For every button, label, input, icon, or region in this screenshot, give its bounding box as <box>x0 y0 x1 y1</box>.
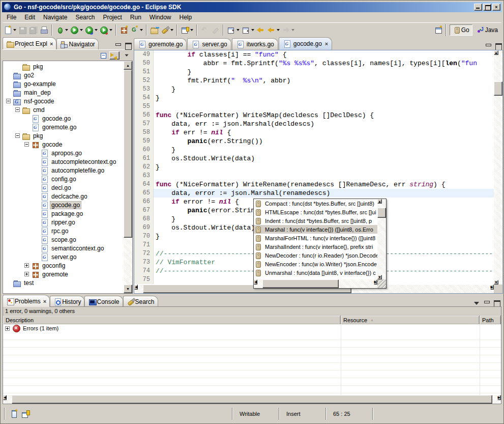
previous-annotation-button[interactable] <box>241 24 255 36</box>
dropdown-arrow-icon[interactable] <box>277 29 280 31</box>
scroll-left-button[interactable]: ◀ <box>134 285 138 290</box>
tree-item-autocompletefile-go[interactable]: autocompletefile.go <box>3 166 124 175</box>
column-header-resource[interactable]: Resource▲ <box>341 316 480 324</box>
new-wizard-button[interactable] <box>3 24 17 36</box>
last-edit-button[interactable] <box>199 24 210 36</box>
expand-icon[interactable] <box>24 263 29 268</box>
tree-item-go2[interactable]: go2 <box>3 71 124 79</box>
minimize-view-button[interactable] <box>484 42 493 50</box>
tree-item-test[interactable]: test <box>3 278 124 287</box>
minimize-view-button[interactable] <box>113 42 123 49</box>
go-build-button[interactable] <box>129 24 144 36</box>
code-line-54[interactable]: 54} <box>134 94 494 102</box>
code-line-59[interactable]: 59 panic(err.String()) <box>134 137 494 146</box>
completion-proposal[interactable]: Unmarshal : func(data []uint8, v interfa… <box>254 268 377 277</box>
code-line-61[interactable]: 61 os.Stdout.Write(data) <box>134 154 494 163</box>
code-line-51[interactable]: 51 } <box>134 68 494 76</box>
menu-help[interactable]: Help <box>175 13 196 22</box>
editor-tab-gocode-go[interactable]: gocode.go× <box>279 37 333 50</box>
tab-search[interactable]: Search <box>123 296 158 307</box>
dropdown-arrow-icon[interactable] <box>291 29 294 31</box>
editor-tab-server-go[interactable]: server.go <box>187 38 231 50</box>
dropdown-arrow-icon[interactable] <box>109 29 112 31</box>
new-go-element-button[interactable] <box>118 24 129 36</box>
editor-switch-icon[interactable] <box>21 410 30 418</box>
scroll-up-button[interactable]: ▲ <box>124 61 132 70</box>
scroll-down-button[interactable]: ▼ <box>124 285 132 293</box>
window-minimize-button[interactable] <box>474 4 482 11</box>
print-button[interactable] <box>39 24 49 36</box>
scrollbar-thumb[interactable] <box>12 395 492 404</box>
completion-proposal[interactable]: MarshalForHTML : func(v interface{}) ([]… <box>254 234 377 242</box>
expand-icon[interactable] <box>24 272 29 276</box>
tree-item-pkg[interactable]: pkg <box>3 62 124 71</box>
run-history-button[interactable] <box>84 24 99 36</box>
dropdown-arrow-icon[interactable] <box>65 29 68 31</box>
tree-item-goconfig[interactable]: goconfig <box>3 261 124 270</box>
dropdown-arrow-icon[interactable] <box>13 29 16 31</box>
popup-vertical-scrollbar[interactable]: ▲ ▼ <box>377 199 386 279</box>
tree-item-server-go[interactable]: server.go <box>3 252 124 261</box>
tree-item-declcache-go[interactable]: declcache.go <box>3 192 124 201</box>
save-button[interactable] <box>17 24 28 36</box>
tree-item-ripper-go[interactable]: ripper.go <box>3 218 124 227</box>
last-edit-location-button[interactable] <box>255 24 266 36</box>
explorer-view-menu-button[interactable] <box>124 52 130 58</box>
tab-history[interactable]: History <box>50 296 84 307</box>
menu-edit[interactable]: Edit <box>20 13 39 22</box>
close-icon[interactable]: × <box>325 41 328 47</box>
scrollbar-thumb[interactable] <box>377 208 386 218</box>
editor-vertical-scrollbar[interactable]: ▲ ▼ <box>494 50 502 285</box>
tab-console[interactable]: Console <box>84 296 123 307</box>
tree-item-gocode-go[interactable]: gocode.go <box>3 114 124 123</box>
dropdown-arrow-icon[interactable] <box>190 29 193 31</box>
menu-run[interactable]: Run <box>126 13 145 22</box>
close-icon[interactable]: × <box>43 298 46 304</box>
tree-item-main_dep[interactable]: main_dep <box>3 88 124 97</box>
perspective-go-button[interactable]: Go <box>450 24 472 36</box>
code-line-49[interactable]: 49 if classes[i] == "func" { <box>134 50 494 59</box>
code-line-56[interactable]: 56func (*NiceFormatter) WriteSMap(declde… <box>134 111 494 120</box>
code-line-58[interactable]: 58 if err != nil { <box>134 128 494 137</box>
scroll-right-button[interactable]: ▶ <box>374 279 377 285</box>
tree-item-apropos-go[interactable]: apropos.go <box>3 149 124 157</box>
tree-item-package-go[interactable]: package.go <box>3 209 124 218</box>
view-menu-button[interactable] <box>472 299 481 307</box>
run-button[interactable] <box>69 24 84 36</box>
code-line-62[interactable]: 62} <box>134 163 494 172</box>
code-line-60[interactable]: 60 } <box>134 146 494 154</box>
code-line-57[interactable]: 57 data, err := json.Marshal(decldescs) <box>134 120 494 128</box>
search-torch-button[interactable] <box>160 24 174 36</box>
profile-button[interactable] <box>99 24 113 36</box>
next-annotation-button[interactable] <box>226 24 241 36</box>
expand-icon[interactable] <box>5 326 10 331</box>
completion-proposal[interactable]: MarshalIndent : func(v interface{}, pref… <box>254 242 377 251</box>
scroll-right-button[interactable]: ▶ <box>490 285 494 290</box>
perspective-java-button[interactable]: Java <box>474 25 500 35</box>
scrollbar-thumb[interactable] <box>494 81 502 96</box>
collapse-icon[interactable] <box>6 99 11 103</box>
minimize-view-button[interactable] <box>482 299 491 307</box>
code-line-52[interactable]: 52 fmt.Printf(" %s\n", abbr) <box>134 76 494 85</box>
tree-item-decl-go[interactable]: decl.go <box>3 183 124 192</box>
maximize-view-button[interactable] <box>124 42 133 49</box>
scroll-up-button[interactable]: ▲ <box>494 50 498 55</box>
tree-item-gocode[interactable]: gocode <box>3 140 124 149</box>
scrollbar-thumb[interactable] <box>262 279 339 288</box>
tree-item-go-example[interactable]: go-example <box>3 79 124 88</box>
menu-file[interactable]: File <box>3 13 20 22</box>
tree-item-rpc-go[interactable]: rpc.go <box>3 227 124 235</box>
tree-item-pkg[interactable]: pkg <box>3 131 124 140</box>
maximize-view-button[interactable] <box>492 299 501 307</box>
menu-navigate[interactable]: Navigate <box>39 13 71 22</box>
tree-item-goremote-go[interactable]: goremote.go <box>3 123 124 131</box>
completion-proposal[interactable]: Indent : func(dst *bytes.Buffer, src []u… <box>254 216 377 225</box>
forward-button[interactable] <box>281 24 295 36</box>
problems-row[interactable]: Errors (1 item) <box>3 324 501 332</box>
window-close-button[interactable]: × <box>492 4 500 11</box>
pin-editor-button[interactable] <box>210 24 221 36</box>
tab-project-expl[interactable]: Project Expl× <box>3 37 56 49</box>
explorer-vertical-scrollbar[interactable]: ▲ ▼ <box>124 61 132 293</box>
collapse-icon[interactable] <box>24 142 29 147</box>
dropdown-arrow-icon[interactable] <box>236 29 240 31</box>
